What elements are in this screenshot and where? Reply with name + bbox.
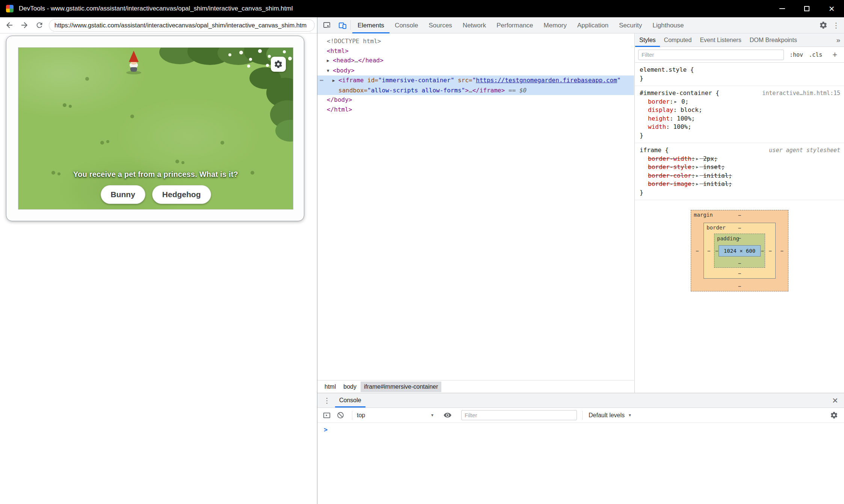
node-html-close[interactable]: </html> [317, 105, 634, 115]
box-model-border[interactable]: border − − − − padding − − − − 1024 × 60… [704, 223, 776, 279]
css-property-border-color[interactable]: border-color:▶ initial; [640, 172, 840, 180]
console-levels-dropdown[interactable]: Default levels ▼ [589, 412, 632, 419]
console-input-row[interactable]: > [317, 423, 844, 504]
element-classes-button[interactable]: .cls [809, 51, 822, 58]
padding-right-value[interactable]: − [761, 248, 764, 254]
node-body-close[interactable]: </body> [317, 95, 634, 105]
node-doctype[interactable]: <!DOCTYPE html> [317, 36, 634, 46]
border-bottom-value[interactable]: − [738, 270, 741, 276]
forward-arrow-icon [20, 21, 29, 30]
breadcrumb-body[interactable]: body [340, 382, 360, 392]
border-right-value[interactable]: − [769, 248, 772, 254]
tab-security[interactable]: Security [614, 17, 647, 33]
css-property-border[interactable]: border:▶ 0; [640, 98, 840, 106]
console-context-dropdown[interactable]: top ▼ [357, 412, 436, 419]
styles-filter-row: :hov .cls + [635, 47, 844, 63]
url-bar[interactable]: https://www.gstatic.com/assistant/intera… [49, 19, 315, 32]
sidebar-tab-computed[interactable]: Computed [660, 33, 696, 47]
css-selector[interactable]: element.style [640, 66, 687, 74]
gnome-hat [129, 51, 139, 62]
minimize-button[interactable] [770, 0, 794, 17]
margin-left-value[interactable]: − [696, 248, 699, 254]
overflow-tabs-icon[interactable]: » [836, 36, 840, 44]
console-context-label: top [357, 412, 365, 419]
sidebar-tab-dom-breakpoints[interactable]: DOM Breakpoints [746, 33, 801, 47]
drawer-header: ⋮ Console × [317, 393, 844, 408]
devtools-menu-icon[interactable]: ⋮ [831, 21, 841, 30]
css-selector[interactable]: #immersive-container [640, 89, 712, 98]
more-actions-icon[interactable]: ⋯ [320, 75, 324, 85]
new-style-rule-button[interactable]: + [832, 50, 837, 60]
margin-bottom-value[interactable]: − [738, 283, 741, 289]
css-property-border-style[interactable]: border-style:▶ inset; [640, 163, 840, 172]
close-button[interactable]: × [819, 0, 844, 17]
tab-memory[interactable]: Memory [538, 17, 572, 33]
stylesheet-source-link[interactable]: user agent stylesheet [765, 146, 840, 155]
pane-divider[interactable] [317, 17, 317, 504]
box-model-padding[interactable]: padding − − − − 1024 × 600 [714, 234, 765, 268]
toggle-element-state-button[interactable]: :hov [790, 51, 803, 58]
clear-console-button[interactable] [335, 410, 345, 420]
border-top-value[interactable]: − [738, 225, 741, 231]
tab-console[interactable]: Console [390, 17, 423, 33]
border-left-value[interactable]: − [707, 248, 710, 254]
drawer-menu-icon[interactable]: ⋮ [323, 396, 331, 405]
console-levels-label: Default levels [589, 412, 625, 419]
css-property-display[interactable]: display: block; [640, 106, 840, 115]
tab-lighthouse[interactable]: Lighthouse [647, 17, 689, 33]
node-body-open[interactable]: ▼<body> [317, 66, 634, 76]
console-sidebar-toggle[interactable] [322, 410, 332, 420]
css-property-border-image[interactable]: border-image:▶ initial; [640, 180, 840, 189]
reload-button[interactable] [34, 20, 45, 31]
drawer-close-icon[interactable]: × [832, 395, 838, 405]
box-model-content[interactable]: 1024 × 600 [719, 245, 761, 257]
drawer-tab-console[interactable]: Console [335, 393, 365, 407]
box-model-margin[interactable]: margin − − − − border − − − − padding − [691, 210, 788, 291]
tab-network[interactable]: Network [457, 17, 491, 33]
padding-left-value[interactable]: − [715, 248, 718, 254]
inspect-element-button[interactable] [320, 19, 333, 32]
hedgehog-button[interactable]: Hedgehog [152, 185, 211, 204]
sidebar-tab-styles[interactable]: Styles [635, 33, 660, 47]
margin-right-value[interactable]: − [781, 248, 784, 254]
expand-arrow-icon[interactable]: ▼ [327, 66, 333, 76]
device-toolbar-button[interactable] [336, 19, 349, 32]
expand-arrow-icon[interactable]: ▶ [327, 56, 333, 66]
bunny-button[interactable]: Bunny [101, 185, 145, 204]
maximize-button[interactable] [794, 0, 819, 17]
margin-top-value[interactable]: − [738, 212, 741, 218]
breadcrumb: htmlbodyiframe#immersive-container [317, 380, 634, 393]
window-title: DevTools - www.gstatic.com/assistant/int… [19, 5, 293, 12]
node-iframe[interactable]: ⋯▶<iframe id="immersive-container" src="… [317, 75, 634, 95]
breadcrumb-iframe-immersive-container[interactable]: iframe#immersive-container [361, 382, 441, 392]
sidebar-tab-event-listeners[interactable]: Event Listeners [696, 33, 745, 47]
css-property-width[interactable]: width: 100%; [640, 123, 840, 131]
devtools-tabs: ElementsConsoleSourcesNetworkPerformance… [352, 17, 689, 33]
live-expression-button[interactable] [442, 410, 452, 420]
styles-filter-input[interactable] [638, 50, 784, 60]
padding-top-value[interactable]: − [738, 235, 741, 241]
game-settings-button[interactable] [271, 57, 286, 72]
css-rules-list: element.style {}#immersive-container {in… [635, 63, 844, 200]
tab-elements[interactable]: Elements [352, 17, 390, 33]
console-filter-input[interactable] [461, 410, 577, 420]
forward-button[interactable] [19, 20, 30, 31]
node-head[interactable]: ▶<head>…</head> [317, 56, 634, 66]
stylesheet-source-link[interactable]: interactive…him.html:15 [758, 89, 840, 98]
breadcrumb-html[interactable]: html [321, 382, 339, 392]
tab-sources[interactable]: Sources [423, 17, 457, 33]
gnome-body [130, 67, 137, 72]
toolbar-separator [582, 411, 583, 420]
css-property-height[interactable]: height: 100%; [640, 115, 840, 123]
expand-arrow-icon[interactable]: ▶ [332, 76, 338, 86]
css-property-border-width[interactable]: border-width:▶ 2px; [640, 155, 840, 163]
node-html-open[interactable]: <html> [317, 46, 634, 56]
padding-bottom-value[interactable]: − [738, 260, 741, 266]
console-settings-button[interactable] [829, 410, 839, 420]
back-button[interactable] [4, 20, 15, 31]
css-selector[interactable]: iframe [640, 146, 661, 155]
settings-button[interactable] [817, 19, 830, 32]
tab-application[interactable]: Application [572, 17, 614, 33]
settings-gear-icon [819, 21, 827, 29]
tab-performance[interactable]: Performance [491, 17, 538, 33]
